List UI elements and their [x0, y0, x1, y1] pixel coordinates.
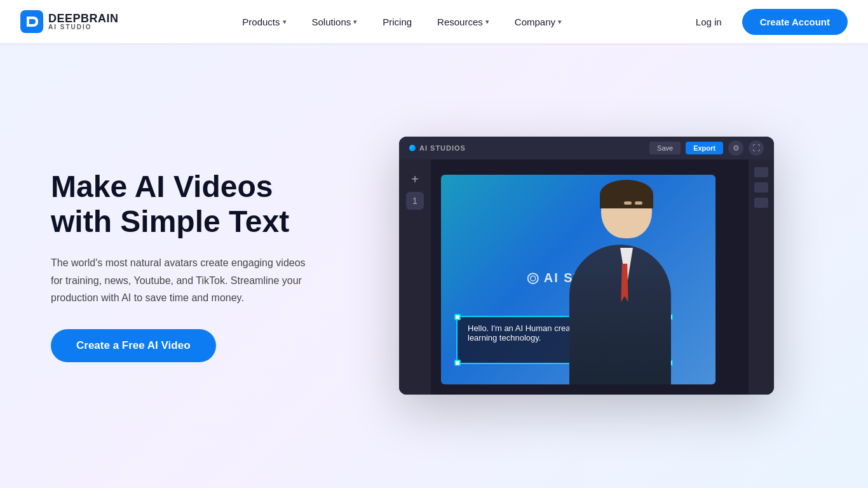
- nav-item-company[interactable]: Company ▾: [505, 11, 572, 32]
- nav-label-pricing: Pricing: [383, 17, 412, 27]
- hero-title-line1: Make AI Videos: [51, 170, 273, 203]
- chevron-down-icon: ▾: [283, 18, 287, 26]
- hero-title: Make AI Videos with Simple Text: [51, 169, 318, 239]
- hero-left: Make AI Videos with Simple Text The worl…: [51, 169, 318, 362]
- nav-item-pricing[interactable]: Pricing: [372, 11, 422, 32]
- app-canvas: AI STUDIOS: [431, 159, 749, 395]
- app-titlebar: AI STUDIOS Save Export ⚙ ⛶: [399, 137, 774, 159]
- create-free-video-button[interactable]: Create a Free AI Video: [51, 329, 216, 362]
- watermark-dot: [527, 273, 539, 284]
- app-logo-dot: [409, 145, 416, 151]
- resize-handle-bl[interactable]: [454, 360, 461, 366]
- nav-label-resources: Resources: [437, 17, 483, 27]
- nav-links: Products ▾ Solutions ▾ Pricing Resources…: [232, 11, 572, 32]
- hero-section: Make AI Videos with Simple Text The worl…: [0, 0, 868, 488]
- nav-right: Log in Create Account: [686, 9, 848, 35]
- mockup-export-button[interactable]: Export: [686, 142, 723, 154]
- sidebar-right-tool-2[interactable]: [754, 182, 768, 193]
- settings-icon[interactable]: ⚙: [728, 140, 743, 156]
- avatar-figure: [550, 175, 677, 384]
- sidebar-right-tool-1[interactable]: [754, 167, 768, 177]
- nav-label-products: Products: [242, 17, 280, 27]
- app-body: + 1 AI STUDIOS: [399, 159, 774, 395]
- video-preview: AI STUDIOS: [441, 175, 715, 384]
- app-sidebar-left: + 1: [399, 159, 431, 395]
- app-sidebar-right: [749, 159, 774, 395]
- hero-title-line2: with Simple Text: [51, 205, 289, 238]
- sidebar-right-tool-3[interactable]: [754, 198, 768, 208]
- navbar: DEEPBRAIN AI STUDIO Products ▾ Solutions…: [0, 0, 868, 43]
- nav-item-products[interactable]: Products ▾: [232, 11, 296, 32]
- nav-item-resources[interactable]: Resources ▾: [427, 11, 499, 32]
- hero-right: AI STUDIOS Save Export ⚙ ⛶ + 1: [356, 137, 817, 395]
- app-logo-bar: AI STUDIOS: [409, 144, 466, 152]
- nav-item-solutions[interactable]: Solutions ▾: [302, 11, 368, 32]
- sidebar-scene-1[interactable]: 1: [406, 192, 424, 210]
- create-account-button[interactable]: Create Account: [742, 9, 848, 35]
- app-titlebar-right: Save Export ⚙ ⛶: [649, 140, 764, 156]
- svg-point-1: [531, 276, 536, 281]
- resize-handle-tl[interactable]: [454, 314, 461, 320]
- chevron-down-icon: ▾: [353, 18, 357, 26]
- logo-deepbrain: DEEPBRAIN: [48, 13, 119, 24]
- logo[interactable]: DEEPBRAIN AI STUDIO: [20, 10, 119, 33]
- mockup-save-button[interactable]: Save: [649, 142, 681, 154]
- hero-description: The world's most natural avatars create …: [51, 254, 318, 306]
- logo-text: DEEPBRAIN AI STUDIO: [48, 13, 119, 30]
- add-slide-button[interactable]: +: [411, 172, 419, 187]
- logo-aistudio: AI STUDIO: [48, 24, 119, 30]
- nav-label-company: Company: [515, 17, 555, 27]
- fullscreen-icon[interactable]: ⛶: [749, 140, 764, 156]
- login-button[interactable]: Log in: [686, 11, 732, 32]
- logo-icon: [20, 10, 43, 33]
- chevron-down-icon: ▾: [558, 18, 562, 26]
- app-logo-label: AI STUDIOS: [419, 144, 466, 152]
- app-mockup: AI STUDIOS Save Export ⚙ ⛶ + 1: [399, 137, 774, 395]
- chevron-down-icon: ▾: [485, 18, 489, 26]
- nav-label-solutions: Solutions: [312, 17, 351, 27]
